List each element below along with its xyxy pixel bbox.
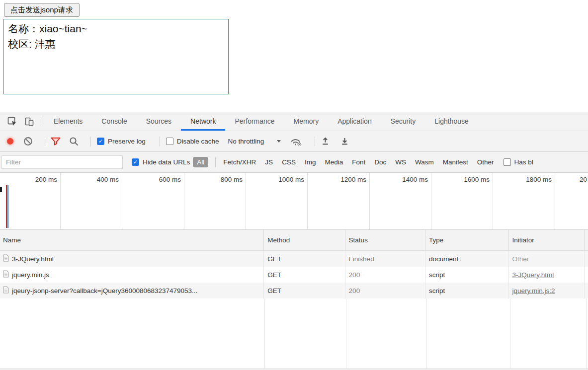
request-name: 3-JQuery.html <box>12 255 54 263</box>
tab-network[interactable]: Network <box>181 112 225 131</box>
timeline-tick: 400 ms <box>57 176 119 183</box>
filter-type-ws[interactable]: WS <box>395 158 406 166</box>
waterfall-bar-blue <box>7 185 8 228</box>
tab-application[interactable]: Application <box>328 112 381 131</box>
gridline <box>555 173 555 229</box>
filter-type-img[interactable]: Img <box>305 158 316 166</box>
request-initiator-link[interactable]: 3-JQuery.html <box>512 271 554 279</box>
request-status: Finished <box>345 251 425 267</box>
timeline-tick-clipped: 20 <box>580 176 587 183</box>
request-type: script <box>425 267 508 283</box>
chevron-down-icon <box>277 140 281 143</box>
column-header-status[interactable]: Status <box>345 230 425 250</box>
divider <box>215 157 216 167</box>
filter-type-manifest[interactable]: Manifest <box>443 158 468 166</box>
file-icon <box>3 286 9 295</box>
column-header-type[interactable]: Type <box>425 230 508 250</box>
waterfall-bar-red <box>6 185 7 228</box>
devtools-panel: Elements Console Sources Network Perform… <box>0 112 588 370</box>
request-method: GET <box>264 283 345 298</box>
table-empty-area <box>0 298 588 370</box>
filter-type-media[interactable]: Media <box>325 158 343 166</box>
network-overview[interactable]: 200 ms 400 ms 600 ms 800 ms 1000 ms 1200… <box>0 173 588 230</box>
requests-table: Name Method Status Type Initiator <box>0 230 588 370</box>
disable-cache-checkbox[interactable] <box>166 138 173 145</box>
column-header-name[interactable]: Name <box>0 230 264 250</box>
export-har-icon[interactable] <box>340 137 349 146</box>
request-status: 200 <box>345 283 425 298</box>
waterfall-mark <box>0 187 2 192</box>
search-icon[interactable] <box>69 137 79 146</box>
tab-performance[interactable]: Performance <box>225 112 284 131</box>
request-initiator-link[interactable]: jquery.min.js:2 <box>512 287 555 295</box>
tab-elements[interactable]: Elements <box>44 112 92 131</box>
timeline-tick: 1800 ms <box>490 176 552 183</box>
request-type: script <box>425 283 508 298</box>
request-method: GET <box>264 251 345 267</box>
filter-type-js[interactable]: JS <box>265 158 273 166</box>
table-row[interactable]: 3-JQuery.html GET Finished document Othe… <box>0 251 588 267</box>
divider <box>160 137 160 147</box>
request-status: 200 <box>345 267 425 283</box>
column-header-initiator[interactable]: Initiator <box>509 230 585 250</box>
tab-lighthouse[interactable]: Lighthouse <box>425 112 478 131</box>
request-name: jquery.min.js <box>12 271 49 279</box>
file-icon <box>3 254 9 263</box>
tab-sources[interactable]: Sources <box>137 112 181 131</box>
disable-cache-label[interactable]: Disable cache <box>177 138 219 145</box>
timeline-tick: 800 ms <box>181 176 243 183</box>
timeline-tick: 1000 ms <box>243 176 304 183</box>
filter-type-css[interactable]: CSS <box>282 158 296 166</box>
divider <box>315 137 315 147</box>
hide-data-urls-checkbox[interactable]: ✓ <box>132 158 139 166</box>
timeline-tick: 200 ms <box>0 176 57 183</box>
table-header: Name Method Status Type Initiator <box>0 230 588 251</box>
inspect-element-icon[interactable] <box>6 115 19 129</box>
divider <box>45 137 45 147</box>
file-icon <box>3 270 9 279</box>
hide-data-urls-label[interactable]: Hide data URLs <box>143 158 190 166</box>
preserve-log-label[interactable]: Preserve log <box>108 138 146 145</box>
request-method: GET <box>264 267 345 283</box>
import-har-icon[interactable] <box>321 137 330 146</box>
clear-icon[interactable] <box>23 137 33 146</box>
filter-type-other[interactable]: Other <box>477 158 494 166</box>
tab-console[interactable]: Console <box>92 112 136 131</box>
filter-input[interactable] <box>1 155 123 169</box>
network-conditions-icon[interactable] <box>290 137 303 147</box>
table-row[interactable]: jqeury-jsonp-server?callback=jQuery36000… <box>0 283 588 298</box>
device-toolbar-icon[interactable] <box>23 115 36 129</box>
request-name: jqeury-jsonp-server?callback=jQuery36000… <box>12 287 197 295</box>
request-initiator: Other <box>512 255 529 263</box>
network-toolbar: ✓ Preserve log Disable cache No throttli… <box>0 131 588 152</box>
filter-type-all[interactable]: All <box>193 157 208 167</box>
timeline-tick: 1600 ms <box>428 176 490 183</box>
result-line-campus: 校区: 沣惠 <box>8 36 224 52</box>
column-header-method[interactable]: Method <box>264 230 345 250</box>
timeline-tick: 1200 ms <box>305 176 366 183</box>
has-blocked-label: Has bl <box>514 158 533 166</box>
has-blocked-checkbox[interactable] <box>504 158 511 166</box>
filter-type-wasm[interactable]: Wasm <box>415 158 434 166</box>
tab-security[interactable]: Security <box>381 112 425 131</box>
preserve-log-checkbox[interactable]: ✓ <box>97 138 104 145</box>
divider <box>90 137 91 147</box>
network-filterbar: ✓ Hide data URLs All Fetch/XHR JS CSS Im… <box>0 152 588 173</box>
screen: 点击发送jsonp请求 名称：xiao~tian~ 校区: 沣惠 Element… <box>0 0 588 370</box>
timeline-tick: 1400 ms <box>366 176 428 183</box>
table-row[interactable]: jquery.min.js GET 200 script 3-JQuery.ht… <box>0 267 588 283</box>
throttling-select[interactable]: No throttling <box>228 138 281 145</box>
column-header-spacer <box>585 230 588 250</box>
filter-type-doc[interactable]: Doc <box>374 158 386 166</box>
request-type: document <box>425 251 508 267</box>
filter-icon[interactable] <box>50 137 61 146</box>
jsonp-result-box: 名称：xiao~tian~ 校区: 沣惠 <box>3 19 229 94</box>
send-jsonp-button[interactable]: 点击发送jsonp请求 <box>4 3 80 17</box>
filter-type-fetchxhr[interactable]: Fetch/XHR <box>223 158 256 166</box>
tab-memory[interactable]: Memory <box>284 112 329 131</box>
throttling-value: No throttling <box>228 138 264 145</box>
filter-type-font[interactable]: Font <box>352 158 365 166</box>
divider <box>40 117 40 127</box>
record-icon[interactable] <box>7 138 13 145</box>
devtools-tabbar: Elements Console Sources Network Perform… <box>0 112 588 131</box>
